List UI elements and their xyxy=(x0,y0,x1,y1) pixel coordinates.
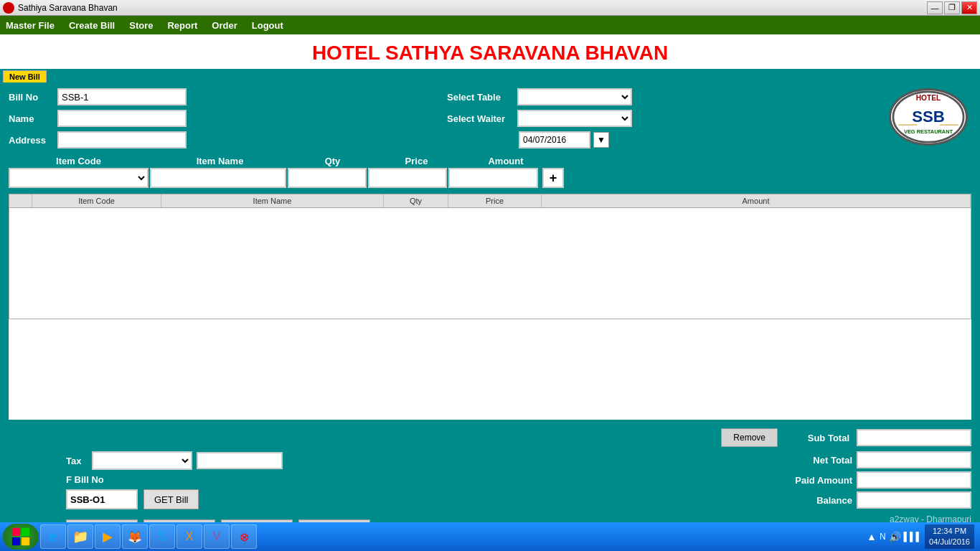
clock-date: 04/Jul/2016 xyxy=(929,537,970,547)
name-row: Name xyxy=(9,110,433,127)
form-right: Select Table Select Waiter ▼ xyxy=(447,88,871,149)
grid-code-header: Item Code xyxy=(32,194,161,207)
item-headers: Item Code Item Name Qty Price Amount xyxy=(9,156,971,166)
amount-header: Amount xyxy=(459,156,552,166)
balance-label: Balance xyxy=(788,495,852,506)
item-inputs: + xyxy=(9,168,971,188)
windows-logo-icon xyxy=(11,527,31,547)
minimize-button[interactable]: — xyxy=(927,1,943,14)
fbill-row: F Bill No xyxy=(66,474,370,485)
svg-text:HOTEL: HOTEL xyxy=(916,94,941,102)
taskbar-skype-icon[interactable]: S xyxy=(149,524,175,549)
taskbar-vs-icon[interactable]: V xyxy=(204,524,230,549)
title-bar-left: Sathiya Saravana Bhavan xyxy=(3,2,118,14)
menu-bar: Master File Create Bill Store Report Ord… xyxy=(0,16,980,34)
grid-amount-header: Amount xyxy=(542,194,971,207)
select-table-dropdown[interactable] xyxy=(517,88,632,105)
sub-total-label: Sub Total xyxy=(785,433,849,443)
maximize-button[interactable]: ❐ xyxy=(944,1,960,14)
balance-input[interactable] xyxy=(857,491,971,509)
taskbar-folder-icon[interactable]: 📁 xyxy=(67,524,93,549)
qty-input[interactable] xyxy=(288,168,367,188)
select-waiter-label: Select Waiter xyxy=(447,113,512,124)
bill-no-row: Bill No xyxy=(9,88,433,105)
paid-amount-row: Paid Amount xyxy=(788,471,971,489)
bottom-right: Net Total Paid Amount Balance a2zway - D… xyxy=(788,451,971,524)
fbill-input[interactable] xyxy=(66,489,138,509)
address-input[interactable] xyxy=(57,131,187,149)
taskbar: e 📁 ▶ 🦊 S X V ⊗ ▲ N 🔊 ▌▌▌ 12:34 PM 04/Ju… xyxy=(0,522,980,551)
clock-time: 12:34 PM xyxy=(929,526,970,537)
remove-button[interactable]: Remove xyxy=(721,428,778,447)
page-title: HOTEL SATHYA SARAVANA BHAVAN xyxy=(0,42,980,65)
grid-header: Item Code Item Name Qty Price Amount xyxy=(9,194,971,208)
svg-text:VEG RESTAURANT: VEG RESTAURANT xyxy=(904,128,953,135)
svg-rect-7 xyxy=(12,528,20,536)
taskbar-ie-icon[interactable]: e xyxy=(40,524,66,549)
new-bill-tab[interactable]: New Bill xyxy=(3,70,47,83)
menu-store[interactable]: Store xyxy=(129,20,153,31)
close-button[interactable]: ✕ xyxy=(961,1,977,14)
taskbar-xampp-icon[interactable]: X xyxy=(176,524,202,549)
select-waiter-dropdown[interactable] xyxy=(517,110,632,127)
paid-amount-input[interactable] xyxy=(857,471,971,489)
item-code-header: Item Code xyxy=(9,156,149,166)
app-container: HOTEL SATHYA SARAVANA BHAVAN New Bill Bi… xyxy=(0,34,980,551)
grid-qty-header: Qty xyxy=(384,194,448,207)
name-label: Name xyxy=(9,113,52,124)
logo-svg: HOTEL SSB VEG RESTAURANT xyxy=(889,90,968,143)
menu-master-file[interactable]: Master File xyxy=(6,20,55,31)
start-button[interactable] xyxy=(3,524,39,550)
balance-row: Balance xyxy=(788,491,971,509)
tax-label: Tax xyxy=(66,456,88,466)
net-total-input[interactable] xyxy=(857,451,971,468)
date-input[interactable] xyxy=(519,131,590,149)
fbill-label: F Bill No xyxy=(66,474,104,485)
taskbar-media-icon[interactable]: ▶ xyxy=(95,524,121,549)
svg-rect-9 xyxy=(12,537,20,545)
bill-no-input[interactable] xyxy=(57,88,187,105)
item-name-input[interactable] xyxy=(150,168,286,188)
calendar-icon[interactable]: ▼ xyxy=(593,132,609,148)
menu-report[interactable]: Report xyxy=(167,20,197,31)
svg-rect-8 xyxy=(22,528,29,536)
item-code-select[interactable] xyxy=(9,168,149,188)
amount-input[interactable] xyxy=(448,168,538,188)
title-bar-controls[interactable]: — ❐ ✕ xyxy=(927,1,977,14)
tray-network-icon: N xyxy=(880,532,886,542)
grid-price-header: Price xyxy=(448,194,542,207)
menu-logout[interactable]: Logout xyxy=(252,20,283,31)
form-area: Bill No Name Address Select Table Select… xyxy=(0,83,980,156)
tax-row: Tax xyxy=(66,451,370,470)
bill-no-label: Bill No xyxy=(9,92,52,103)
tray-signal-icon: ▌▌▌ xyxy=(904,532,923,542)
get-bill-button[interactable]: GET Bill xyxy=(143,489,199,509)
logo-area: HOTEL SSB VEG RESTAURANT xyxy=(885,88,971,146)
app-title: Sathiya Saravana Bhavan xyxy=(18,3,118,13)
fbill-inputs: GET Bill xyxy=(66,489,370,509)
sub-total-input[interactable] xyxy=(857,429,971,446)
app-icon xyxy=(3,2,14,14)
menu-create-bill[interactable]: Create Bill xyxy=(69,20,115,31)
svg-text:SSB: SSB xyxy=(912,108,945,126)
bottom-row1: Remove Sub Total xyxy=(9,428,971,447)
svg-rect-10 xyxy=(22,537,29,545)
items-grid: Item Code Item Name Qty Price Amount xyxy=(9,194,971,420)
menu-order[interactable]: Order xyxy=(212,20,237,31)
tax-select[interactable] xyxy=(92,451,192,470)
taskbar-app2-icon[interactable]: ⊗ xyxy=(231,524,257,549)
tab-bar: New Bill xyxy=(0,69,980,83)
tax-amount-input[interactable] xyxy=(197,452,283,469)
taskbar-firefox-icon[interactable]: 🦊 xyxy=(122,524,148,549)
address-row: Address xyxy=(9,131,433,149)
select-waiter-row: Select Waiter xyxy=(447,110,871,127)
add-item-button[interactable]: + xyxy=(542,168,564,188)
qty-header: Qty xyxy=(291,156,374,166)
name-input[interactable] xyxy=(57,110,187,127)
tray-arrow-icon: ▲ xyxy=(867,531,877,542)
tray-volume-icon: 🔊 xyxy=(889,531,901,542)
form-left: Bill No Name Address xyxy=(9,88,433,153)
taskbar-right: ▲ N 🔊 ▌▌▌ 12:34 PM 04/Jul/2016 xyxy=(867,524,977,550)
item-name-header: Item Name xyxy=(150,156,290,166)
price-input[interactable] xyxy=(368,168,447,188)
